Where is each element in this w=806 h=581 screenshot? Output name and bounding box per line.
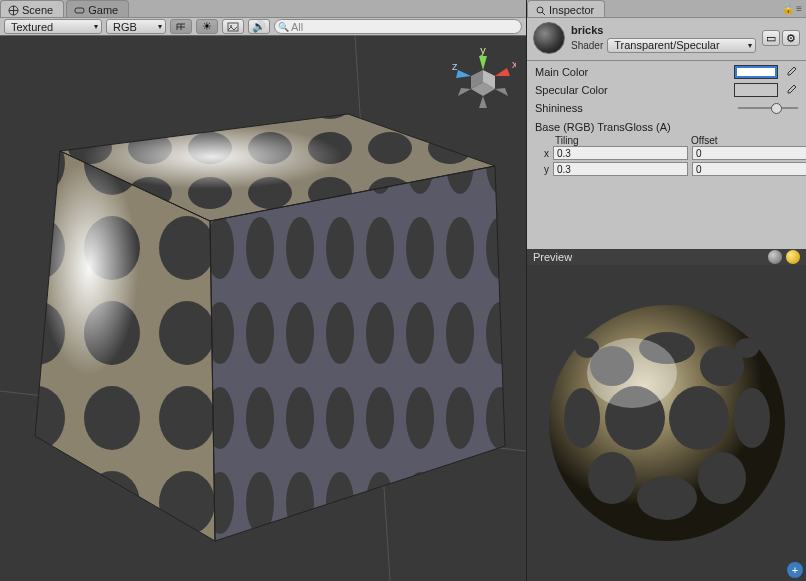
svg-point-57 <box>564 388 600 448</box>
game-icon <box>73 4 85 16</box>
scene-tab-bar: Scene Game <box>0 0 526 18</box>
book-icon: ▭ <box>766 32 776 45</box>
tab-game[interactable]: Game <box>66 0 129 17</box>
svg-marker-27 <box>456 70 471 78</box>
preview-label: Preview <box>533 251 572 263</box>
main-color-swatch[interactable] <box>734 65 778 79</box>
svg-point-60 <box>669 386 729 450</box>
main-color-row: Main Color <box>527 63 806 81</box>
inspector-icon <box>534 4 546 16</box>
preview-sphere-render <box>537 288 797 558</box>
svg-marker-25 <box>479 56 487 70</box>
svg-text:z: z <box>452 60 458 72</box>
speaker-icon: 🔊 <box>252 20 266 33</box>
svg-point-65 <box>735 338 759 358</box>
tiling-column-label: Tiling <box>555 135 691 146</box>
gear-icon: ⚙ <box>786 32 796 45</box>
tab-inspector-label: Inspector <box>549 4 594 16</box>
svg-point-66 <box>587 338 677 408</box>
eyedropper-icon[interactable] <box>784 83 798 97</box>
tab-scene-label: Scene <box>22 4 53 16</box>
preview-header: Preview <box>527 249 806 265</box>
shininess-slider[interactable] <box>738 101 798 115</box>
svg-marker-28 <box>479 96 487 108</box>
scene-icon <box>7 4 19 16</box>
material-name: bricks <box>571 24 756 36</box>
settings-button[interactable]: ⚙ <box>782 30 800 46</box>
audio-toggle-button[interactable]: 🔊 <box>248 19 270 34</box>
eyedropper-icon[interactable] <box>784 65 798 79</box>
axis-y-label: y <box>535 164 549 175</box>
svg-marker-29 <box>495 88 508 96</box>
shader-label: Shader <box>571 40 603 51</box>
svg-marker-30 <box>458 88 471 96</box>
tiling-y-input[interactable] <box>553 162 688 176</box>
image-icon <box>227 22 239 32</box>
specular-color-swatch[interactable] <box>734 83 778 97</box>
svg-text:x: x <box>512 58 516 70</box>
svg-marker-18 <box>210 166 505 541</box>
plus-icon: + <box>792 564 798 576</box>
scene-toolbar: Textured RGB ☀ 🔊 All <box>0 18 526 36</box>
shading-mode-dropdown[interactable]: Textured <box>4 19 102 34</box>
help-button[interactable]: ▭ <box>762 30 780 46</box>
add-component-button[interactable]: + <box>787 562 803 578</box>
tab-game-label: Game <box>88 4 118 16</box>
svg-line-35 <box>542 12 545 15</box>
scene-viewport[interactable]: y x z <box>0 36 526 581</box>
tiling-x-input[interactable] <box>553 146 688 160</box>
grid-2d-icon <box>175 22 187 32</box>
scene-3d-render <box>0 36 526 581</box>
orientation-gizmo[interactable]: y x z <box>450 46 516 112</box>
sun-icon: ☀ <box>202 20 212 33</box>
toggle-2d-button[interactable] <box>170 19 192 34</box>
svg-rect-3 <box>75 8 84 13</box>
inspector-tab-bar: Inspector 🔒 ≡ <box>527 0 806 18</box>
svg-text:y: y <box>480 46 486 56</box>
preview-light-button[interactable] <box>786 250 800 264</box>
material-preview-icon <box>533 22 565 54</box>
preview-sphere-button[interactable] <box>768 250 782 264</box>
fx-toggle-button[interactable] <box>222 19 244 34</box>
render-mode-dropdown[interactable]: RGB <box>106 19 166 34</box>
offset-x-input[interactable] <box>692 146 806 160</box>
search-input[interactable]: All <box>274 19 522 34</box>
shininess-row: Shininess <box>527 99 806 117</box>
tab-inspector[interactable]: Inspector <box>527 0 605 17</box>
shader-dropdown[interactable]: Transparent/Specular <box>607 38 756 53</box>
lock-icon[interactable]: 🔒 <box>782 3 794 14</box>
svg-point-62 <box>698 452 746 504</box>
specular-color-row: Specular Color <box>527 81 806 99</box>
material-preview-viewport[interactable]: + <box>527 265 806 581</box>
svg-marker-26 <box>495 68 510 76</box>
transgloss-label: Base (RGB) TransGloss (A) <box>527 117 806 135</box>
svg-point-63 <box>637 476 697 520</box>
lighting-toggle-button[interactable]: ☀ <box>196 19 218 34</box>
offset-y-input[interactable] <box>692 162 806 176</box>
svg-point-61 <box>588 452 636 504</box>
svg-point-58 <box>734 388 770 448</box>
panel-menu-icon[interactable]: ≡ <box>796 3 802 14</box>
offset-column-label: Offset <box>691 135 806 146</box>
tab-scene[interactable]: Scene <box>0 0 64 17</box>
axis-x-label: x <box>535 148 549 159</box>
material-header: bricks Shader Transparent/Specular ▭ ⚙ <box>527 18 806 58</box>
